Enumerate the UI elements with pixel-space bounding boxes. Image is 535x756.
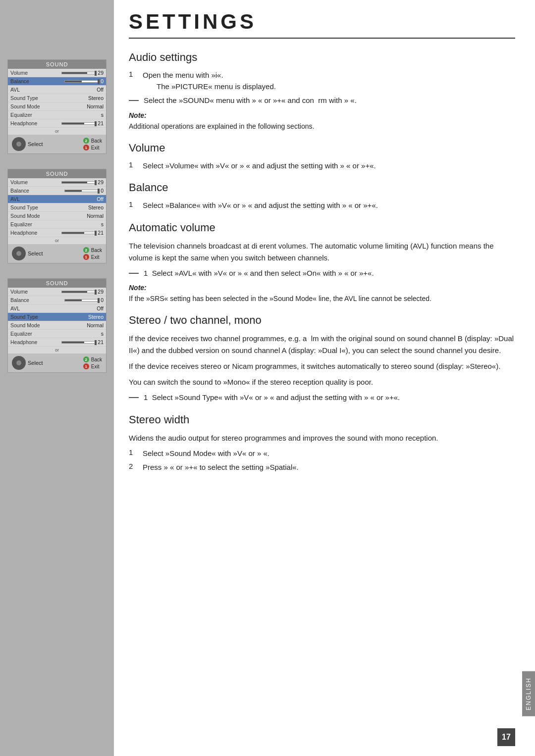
step-1: 1 Open the menu with »i«. The »PICTURE« … bbox=[129, 70, 515, 92]
row-value: Normal bbox=[50, 212, 106, 220]
row-value: s bbox=[50, 330, 106, 338]
exit-btn: 1 Exit bbox=[83, 254, 102, 260]
stereo-width-heading: Stereo width bbox=[129, 413, 515, 426]
row-value: Normal bbox=[50, 321, 106, 330]
step-2-text: Select the »SOUND« menu with » « or »+« … bbox=[144, 95, 357, 106]
language-tab: ENGLISH bbox=[522, 671, 535, 716]
menu-panel-3-title: SOUND bbox=[8, 279, 106, 288]
stereo-step-container: 1 Select »Sound Type« with »V« or » « an… bbox=[129, 392, 515, 403]
audio-settings-heading: Audio settings bbox=[129, 51, 515, 64]
row-value: 0 bbox=[50, 296, 106, 304]
back-label: Back bbox=[91, 357, 102, 362]
stereo-width-step-1: 1 Select »Sound Mode« with »V« or » «. bbox=[129, 448, 515, 459]
stereo-para-2: If the device receives stereo or Nicam p… bbox=[129, 360, 515, 372]
balance-heading: Balance bbox=[129, 181, 515, 194]
select-label: Select bbox=[28, 141, 43, 147]
back-btn-circle: 2 bbox=[83, 138, 89, 144]
joystick-icon bbox=[12, 356, 26, 370]
row-label: Headphone bbox=[8, 229, 50, 237]
menu-panel-2-title: SOUND bbox=[8, 169, 106, 178]
back-label: Back bbox=[91, 248, 102, 253]
table-row: Sound Mode Normal bbox=[8, 102, 106, 111]
avl-step-container: 1 Select »AVL« with »V« or » « and then … bbox=[129, 268, 515, 279]
table-row: Balance 0 bbox=[8, 187, 106, 195]
table-row: Equalizer s bbox=[8, 220, 106, 229]
row-label: AVL bbox=[8, 195, 50, 203]
table-row: AVL Off bbox=[8, 195, 106, 203]
select-label: Select bbox=[28, 251, 43, 256]
step-num: 2 bbox=[129, 462, 138, 473]
stereo-para-1: If the device receives two channel progr… bbox=[129, 333, 515, 356]
table-row: Sound Mode Normal bbox=[8, 321, 106, 330]
table-row: Headphone 21 bbox=[8, 119, 106, 128]
step-num: 1 bbox=[144, 393, 148, 402]
page-number: 17 bbox=[497, 728, 515, 746]
row-value: 21 bbox=[50, 338, 106, 347]
step-2-container: Select the »SOUND« menu with » « or »+« … bbox=[129, 95, 515, 106]
row-value: Off bbox=[50, 86, 106, 94]
stereo-width-step-2: 2 Press » « or »+« to select the setting… bbox=[129, 462, 515, 473]
dash-indicator bbox=[129, 273, 139, 274]
main-content: SETTINGS Audio settings 1 Open the menu … bbox=[114, 0, 535, 756]
menu-panel-2-footer: Select 2 Back 1 Exit bbox=[8, 244, 106, 263]
stereo-para-3: You can switch the sound to »Mono« if th… bbox=[129, 376, 515, 388]
row-label: Sound Type bbox=[8, 313, 50, 321]
row-label: Headphone bbox=[8, 338, 50, 347]
back-btn: 2 Back bbox=[83, 356, 102, 362]
footer-buttons: 2 Back 1 Exit bbox=[83, 247, 102, 260]
row-label: Balance bbox=[8, 187, 50, 195]
row-label: Volume bbox=[8, 178, 50, 187]
menu-panel-1: SOUND Volume 29 Balance bbox=[7, 59, 107, 154]
table-row: Balance 0 bbox=[8, 77, 106, 86]
row-value: Stereo bbox=[50, 203, 106, 212]
row-label: Sound Type bbox=[8, 203, 50, 212]
step-num: 1 bbox=[129, 448, 138, 459]
page-title: SETTINGS bbox=[129, 10, 515, 39]
row-label: Balance bbox=[8, 77, 50, 86]
row-label: Volume bbox=[8, 288, 50, 296]
note-1: Note: Additional operations are explaine… bbox=[129, 111, 515, 132]
row-label: AVL bbox=[8, 86, 50, 94]
exit-label: Exit bbox=[91, 254, 100, 260]
note-heading: Note: bbox=[129, 111, 515, 119]
exit-btn-circle: 1 bbox=[83, 363, 89, 369]
step-num: 1 bbox=[129, 70, 138, 92]
stereo-heading: Stereo / two channel, mono bbox=[129, 314, 515, 327]
row-value: Normal bbox=[50, 102, 106, 111]
exit-btn: 1 Exit bbox=[83, 363, 102, 369]
step-num: 1 bbox=[129, 200, 138, 211]
row-label: Equalizer bbox=[8, 111, 50, 119]
table-row: Volume 29 bbox=[8, 288, 106, 296]
back-btn-circle: 2 bbox=[83, 356, 89, 362]
back-label: Back bbox=[91, 138, 102, 144]
row-value: s bbox=[50, 220, 106, 229]
row-label: Sound Type bbox=[8, 94, 50, 102]
avl-step-text: Select »AVL« with »V« or » « and then se… bbox=[152, 269, 374, 277]
table-row: Sound Type Stereo bbox=[8, 94, 106, 102]
row-label: Volume bbox=[8, 69, 50, 77]
row-value: s bbox=[50, 111, 106, 119]
stereo-step-text: Select »Sound Type« with »V« or » « and … bbox=[152, 393, 400, 402]
table-row: Sound Type Stereo bbox=[8, 203, 106, 212]
exit-label: Exit bbox=[91, 364, 100, 369]
back-btn: 2 Back bbox=[83, 138, 102, 144]
step-sub: The »PICTURE« menu is displayed. bbox=[157, 82, 276, 91]
joystick-icon bbox=[12, 247, 26, 260]
back-btn-circle: 2 bbox=[83, 247, 89, 253]
note-2: Note: If the »SRS« setting has been sele… bbox=[129, 284, 515, 304]
table-row: Volume 29 bbox=[8, 178, 106, 187]
volume-step-1: 1 Select »Volume« with »V« or » « and ad… bbox=[129, 160, 515, 172]
row-label: Equalizer bbox=[8, 330, 50, 338]
table-row: Headphone 21 bbox=[8, 338, 106, 347]
note-text-2: If the »SRS« setting has been selected i… bbox=[129, 294, 515, 304]
table-row: AVL Off bbox=[8, 86, 106, 94]
row-label: Equalizer bbox=[8, 220, 50, 229]
row-value: 29 bbox=[50, 288, 106, 296]
step-num: 1 bbox=[129, 160, 138, 172]
row-value: Off bbox=[50, 195, 106, 203]
table-row: Sound Mode Normal bbox=[8, 212, 106, 220]
table-row: Equalizer s bbox=[8, 111, 106, 119]
balance-step-1: 1 Select »Balance« with »V« or » « and a… bbox=[129, 200, 515, 211]
row-value: Stereo bbox=[50, 94, 106, 102]
step-text: Select »Balance« with »V« or » « and adj… bbox=[143, 200, 378, 211]
